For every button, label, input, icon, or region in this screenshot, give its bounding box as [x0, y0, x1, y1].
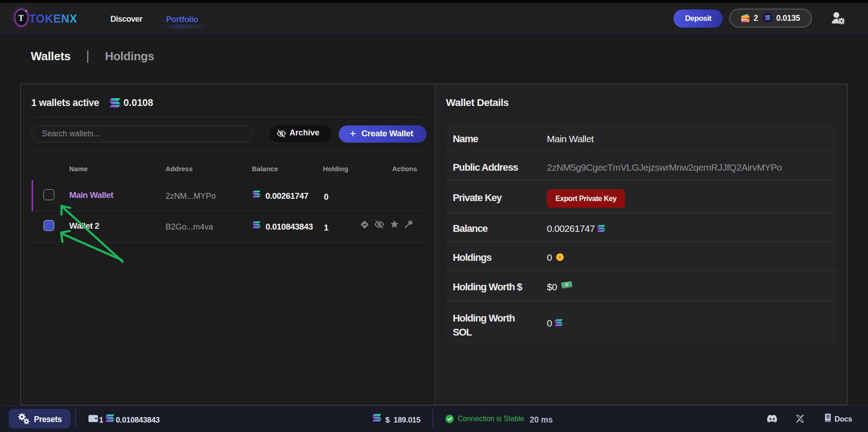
svg-text:T: T: [18, 14, 24, 23]
